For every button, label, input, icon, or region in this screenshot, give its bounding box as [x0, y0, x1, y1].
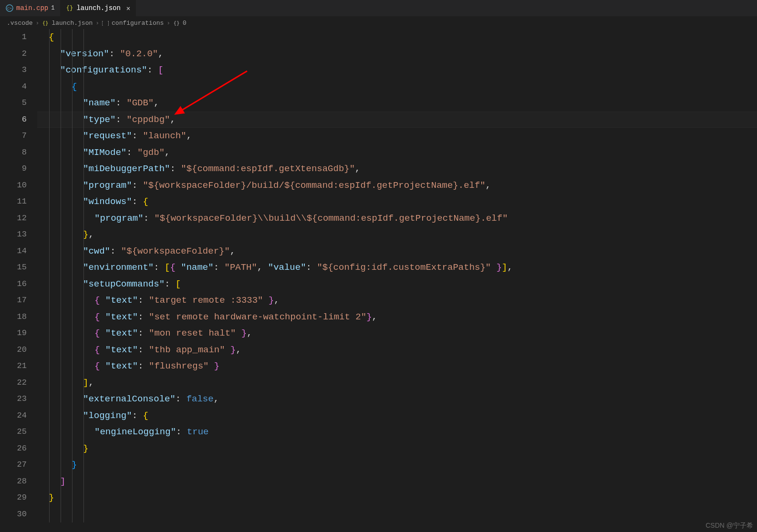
line-number: 9 [0, 161, 27, 177]
code-line[interactable]: "cwd": "${workspaceFolder}", [37, 243, 757, 260]
line-number: 13 [0, 226, 27, 243]
tab-main-cpp[interactable]: C+main.cpp1 [0, 0, 60, 16]
svg-text:[ ]: [ ] [102, 20, 109, 26]
code-line[interactable]: "type": "cppdbg", [37, 112, 757, 128]
line-number: 8 [0, 144, 27, 161]
code-line[interactable]: "setupCommands": [ [37, 276, 757, 293]
line-number: 14 [0, 243, 27, 260]
code-line[interactable]: { "text": "target remote :3333" }, [37, 292, 757, 309]
tab-label: main.cpp [16, 4, 48, 12]
line-number: 16 [0, 276, 27, 293]
code-line[interactable]: { "text": "mon reset halt" }, [37, 325, 757, 342]
line-number: 26 [0, 440, 27, 457]
svg-text:{}: {} [42, 20, 49, 26]
breadcrumb-part[interactable]: 0 [183, 20, 187, 27]
line-number: 27 [0, 457, 27, 473]
line-number: 10 [0, 177, 27, 194]
editor[interactable]: 1234567891011121314151617181920212223242… [0, 29, 757, 532]
code-line[interactable]: "version": "0.2.0", [37, 46, 757, 62]
breadcrumb-part[interactable]: configurations [112, 20, 164, 27]
line-number-gutter: 1234567891011121314151617181920212223242… [0, 29, 37, 532]
line-number: 18 [0, 309, 27, 326]
code-line[interactable]: ] [37, 473, 757, 490]
code-line[interactable]: { [37, 79, 757, 95]
code-line[interactable]: } [37, 440, 757, 457]
code-line[interactable]: { "text": "flushregs" } [37, 358, 757, 375]
line-number: 4 [0, 79, 27, 95]
chevron-right-icon: › [95, 20, 99, 27]
line-number: 12 [0, 210, 27, 227]
code-line[interactable]: ], [37, 375, 757, 391]
breadcrumb[interactable]: .vscode›{}launch.json›[ ]configurations›… [0, 17, 757, 29]
tab-label: launch.json [76, 4, 120, 12]
code-line[interactable] [37, 506, 757, 523]
line-number: 7 [0, 128, 27, 144]
line-number: 11 [0, 194, 27, 210]
code-line[interactable]: { "text": "set remote hardware-watchpoin… [37, 309, 757, 326]
line-number: 15 [0, 259, 27, 276]
code-line[interactable]: "MIMode": "gdb", [37, 144, 757, 161]
json-icon: {} [42, 20, 49, 26]
close-icon[interactable]: ✕ [126, 4, 130, 12]
line-number: 21 [0, 358, 27, 375]
code-line[interactable]: "environment": [{ "name": "PATH", "value… [37, 259, 757, 276]
chevron-right-icon: › [166, 20, 170, 27]
line-number: 19 [0, 325, 27, 342]
code-area[interactable]: {"version": "0.2.0","configurations": [{… [37, 29, 757, 532]
code-line[interactable]: "program": "${workspaceFolder}\\build\\$… [37, 210, 757, 227]
code-line[interactable]: "name": "GDB", [37, 95, 757, 112]
line-number: 24 [0, 408, 27, 424]
breadcrumb-part[interactable]: launch.json [52, 20, 93, 27]
svg-text:C+: C+ [7, 6, 12, 10]
code-line[interactable]: "externalConsole": false, [37, 391, 757, 408]
code-line[interactable]: { [37, 29, 757, 46]
code-line[interactable]: "engineLogging": true [37, 424, 757, 440]
json-file-icon: {} [66, 4, 73, 12]
line-number: 28 [0, 473, 27, 490]
line-number: 30 [0, 506, 27, 523]
breadcrumb-part[interactable]: .vscode [7, 20, 33, 27]
line-number: 25 [0, 424, 27, 440]
code-line[interactable]: "request": "launch", [37, 128, 757, 144]
line-number: 29 [0, 490, 27, 506]
code-line[interactable]: } [37, 490, 757, 506]
code-line[interactable]: "program": "${workspaceFolder}/build/${c… [37, 177, 757, 194]
code-line[interactable]: "logging": { [37, 408, 757, 424]
line-number: 20 [0, 342, 27, 358]
modified-badge: 1 [51, 5, 54, 11]
object-icon: {} [173, 20, 180, 26]
code-line[interactable]: } [37, 457, 757, 473]
svg-text:{}: {} [173, 20, 179, 26]
code-line[interactable]: }, [37, 226, 757, 243]
svg-text:{}: {} [66, 5, 73, 11]
code-line[interactable]: "configurations": [ [37, 62, 757, 79]
line-number: 5 [0, 95, 27, 112]
code-line[interactable]: { "text": "thb app_main" }, [37, 342, 757, 358]
tab-bar: C+main.cpp1{}launch.json✕ [0, 0, 757, 17]
array-icon: [ ] [102, 20, 109, 26]
line-number: 2 [0, 46, 27, 62]
watermark: CSDN @宁子希 [705, 522, 753, 530]
line-number: 1 [0, 29, 27, 46]
line-number: 6 [0, 112, 27, 128]
code-line[interactable]: "windows": { [37, 194, 757, 210]
tab-launch-json[interactable]: {}launch.json✕ [60, 0, 136, 16]
line-number: 17 [0, 292, 27, 309]
line-number: 23 [0, 391, 27, 408]
chevron-right-icon: › [36, 20, 40, 27]
cpp-file-icon: C+ [6, 4, 13, 12]
line-number: 3 [0, 62, 27, 79]
line-number: 22 [0, 375, 27, 391]
code-line[interactable]: "miDebuggerPath": "${command:espIdf.getX… [37, 161, 757, 177]
